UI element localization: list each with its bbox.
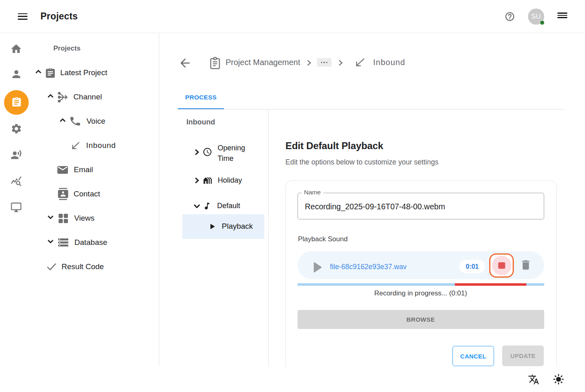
breadcrumb-project-icon <box>210 57 220 69</box>
expand-icon[interactable] <box>48 215 53 221</box>
time-badge: 0:01 <box>459 260 485 273</box>
tree-item-label: Voice <box>87 117 105 126</box>
name-input[interactable] <box>305 202 531 211</box>
grid-view-icon <box>59 214 68 223</box>
breadcrumb-inbound-icon <box>355 58 365 67</box>
call-icon <box>69 116 82 127</box>
progress-bar <box>298 283 544 286</box>
delete-icon[interactable] <box>520 259 532 271</box>
update-button[interactable]: UPDATE <box>502 346 544 366</box>
back-arrow-icon[interactable] <box>180 58 190 68</box>
browse-button[interactable]: BROWSE <box>298 310 544 329</box>
call-received-icon <box>72 142 80 149</box>
tree-item-inbound[interactable]: Inbound <box>71 139 116 152</box>
play-icon <box>210 223 215 230</box>
translate-icon[interactable] <box>528 374 539 385</box>
tree-item-latest-project[interactable]: Latest Project <box>36 66 107 79</box>
playback-sound-label: Playback Sound <box>298 235 348 243</box>
tree-item-channel[interactable]: Channel <box>48 91 102 103</box>
subtree-item-playback[interactable]: Playback <box>210 222 253 231</box>
sidebar-label: Projects <box>53 44 80 53</box>
chevron-right-icon <box>307 60 311 66</box>
tree-item-label: Result Code <box>61 262 104 271</box>
right-menu-icon[interactable] <box>558 13 567 19</box>
tree-item-label: Channel <box>73 93 102 101</box>
tree-item-label: Inbound <box>86 141 116 150</box>
help-icon[interactable] <box>505 11 515 22</box>
tabs-border <box>178 109 565 110</box>
brightness-icon[interactable] <box>553 373 564 385</box>
collapse-icon[interactable] <box>48 94 53 100</box>
breadcrumb-current[interactable]: Inbound <box>373 58 405 67</box>
avatar[interactable]: SU <box>528 8 544 25</box>
tree-item-label: Database <box>74 238 107 247</box>
play-button[interactable] <box>313 262 322 273</box>
rail-person-icon[interactable] <box>0 63 32 85</box>
tree-item-label: Email <box>74 165 93 174</box>
tree-item-label: Latest Project <box>60 68 107 77</box>
tab-process[interactable]: PROCESS <box>178 90 224 108</box>
subtree-item-default[interactable]: Default <box>194 202 240 211</box>
mediation-icon <box>58 92 68 103</box>
top-bar: Projects SU <box>0 0 585 33</box>
online-status-dot <box>540 20 545 25</box>
subtree-item-opening-time[interactable]: Opening Time <box>195 143 247 164</box>
expand-icon[interactable] <box>48 240 53 245</box>
subtree-item-label: Holiday <box>218 176 242 185</box>
tree-item-database[interactable]: Database <box>48 236 107 249</box>
recording-status: Recording in progress... (0:01) <box>298 289 544 297</box>
collapse-icon[interactable] <box>60 118 65 124</box>
tree-item-views[interactable]: Views <box>48 212 95 225</box>
tree-item-email[interactable]: Email <box>57 163 93 176</box>
app-title: Projects <box>40 11 78 22</box>
collapse-icon[interactable] <box>36 70 41 76</box>
avatar-initials: SU <box>531 13 541 21</box>
email-icon <box>57 166 68 174</box>
music-note-icon <box>203 202 211 211</box>
menu-icon[interactable] <box>18 13 28 21</box>
name-label: Name <box>302 189 323 196</box>
rail-home-icon[interactable] <box>0 38 32 60</box>
progress-red-segment <box>455 283 526 286</box>
sidebar-divider <box>159 33 159 367</box>
audio-file-link[interactable]: file-68c9162e93e37.wav <box>330 263 407 271</box>
assignment-icon <box>46 68 55 78</box>
stop-recording-button[interactable] <box>489 253 514 278</box>
breadcrumb-project[interactable]: Project Management <box>226 58 300 67</box>
expand-icon[interactable] <box>195 177 199 183</box>
tree-item-label: Contact <box>74 190 100 198</box>
storage-icon <box>58 238 68 247</box>
chevron-right-icon <box>338 60 343 66</box>
contacts-icon <box>57 188 69 200</box>
subtree-item-holiday[interactable]: Holiday <box>195 175 242 185</box>
breadcrumb-ellipsis[interactable] <box>317 58 332 67</box>
subtree-item-label: Opening Time <box>218 143 247 164</box>
tree-item-contact[interactable]: Contact <box>57 188 100 200</box>
rail-projects-icon-active[interactable] <box>4 90 29 115</box>
check-icon <box>47 263 56 270</box>
rail-settings-icon[interactable] <box>0 117 32 140</box>
icon-rail <box>0 33 32 367</box>
holiday-village-icon <box>203 175 213 185</box>
tree-item-result-code[interactable]: Result Code <box>47 260 104 273</box>
rail-query-stats-icon[interactable] <box>0 170 32 192</box>
rail-record-voice-icon[interactable] <box>0 143 32 166</box>
stop-icon <box>498 262 505 269</box>
subtree-item-label: Default <box>217 202 240 210</box>
cancel-button[interactable]: CANCEL <box>452 346 494 366</box>
tree-item-label: Views <box>74 214 95 223</box>
main-panel: Name Playback Sound file-68c9162e93e37.w… <box>268 110 585 367</box>
tree-item-voice[interactable]: Voice <box>60 115 105 128</box>
rail-monitor-icon[interactable] <box>0 196 32 219</box>
collapse-icon[interactable] <box>194 204 200 208</box>
expand-icon[interactable] <box>195 149 199 155</box>
subtree-item-label: Playback <box>222 222 253 231</box>
schedule-icon <box>203 147 212 157</box>
subpanel-header: Inbound <box>186 118 215 126</box>
